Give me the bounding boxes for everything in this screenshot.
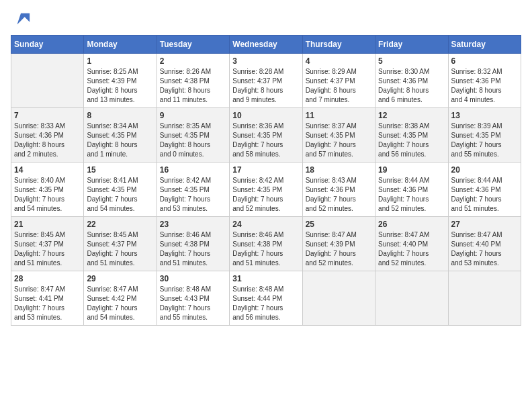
day-info: Sunrise: 8:41 AM Sunset: 4:35 PM Dayligh… <box>87 176 153 214</box>
calendar-cell: 7Sunrise: 8:33 AM Sunset: 4:36 PM Daylig… <box>11 108 84 163</box>
day-info: Sunrise: 8:45 AM Sunset: 4:37 PM Dayligh… <box>87 230 153 268</box>
day-info: Sunrise: 8:47 AM Sunset: 4:40 PM Dayligh… <box>378 230 445 268</box>
day-info: Sunrise: 8:34 AM Sunset: 4:35 PM Dayligh… <box>87 122 153 159</box>
day-info: Sunrise: 8:47 AM Sunset: 4:40 PM Dayligh… <box>451 230 518 268</box>
calendar-cell: 24Sunrise: 8:46 AM Sunset: 4:38 PM Dayli… <box>230 217 302 271</box>
day-info: Sunrise: 8:30 AM Sunset: 4:36 PM Dayligh… <box>378 67 445 105</box>
day-number: 26 <box>378 220 445 229</box>
day-number: 13 <box>451 111 518 120</box>
day-info: Sunrise: 8:48 AM Sunset: 4:44 PM Dayligh… <box>232 285 299 322</box>
calendar-cell: 23Sunrise: 8:46 AM Sunset: 4:38 PM Dayli… <box>157 217 229 271</box>
calendar-cell: 22Sunrise: 8:45 AM Sunset: 4:37 PM Dayli… <box>84 217 157 271</box>
calendar-cell: 13Sunrise: 8:39 AM Sunset: 4:35 PM Dayli… <box>448 108 521 163</box>
calendar-cell: 20Sunrise: 8:44 AM Sunset: 4:36 PM Dayli… <box>448 163 521 217</box>
calendar-cell: 17Sunrise: 8:42 AM Sunset: 4:35 PM Dayli… <box>230 163 302 217</box>
day-number: 21 <box>14 220 81 229</box>
day-number: 9 <box>160 111 226 120</box>
calendar-cell: 29Sunrise: 8:47 AM Sunset: 4:42 PM Dayli… <box>84 271 157 326</box>
day-info: Sunrise: 8:39 AM Sunset: 4:35 PM Dayligh… <box>451 122 518 159</box>
col-header-wednesday: Wednesday <box>230 36 302 54</box>
day-info: Sunrise: 8:44 AM Sunset: 4:36 PM Dayligh… <box>378 176 445 214</box>
day-number: 20 <box>451 165 518 175</box>
calendar-cell: 14Sunrise: 8:40 AM Sunset: 4:35 PM Dayli… <box>11 163 84 217</box>
day-info: Sunrise: 8:47 AM Sunset: 4:42 PM Dayligh… <box>87 285 153 322</box>
calendar-cell: 11Sunrise: 8:37 AM Sunset: 4:35 PM Dayli… <box>302 108 375 163</box>
day-info: Sunrise: 8:36 AM Sunset: 4:35 PM Dayligh… <box>232 122 299 159</box>
week-row-3: 14Sunrise: 8:40 AM Sunset: 4:35 PM Dayli… <box>11 163 521 217</box>
day-info: Sunrise: 8:35 AM Sunset: 4:35 PM Dayligh… <box>160 122 226 159</box>
col-header-friday: Friday <box>375 36 448 54</box>
calendar-cell: 4Sunrise: 8:29 AM Sunset: 4:37 PM Daylig… <box>302 54 375 108</box>
day-info: Sunrise: 8:25 AM Sunset: 4:39 PM Dayligh… <box>87 67 153 105</box>
day-info: Sunrise: 8:43 AM Sunset: 4:36 PM Dayligh… <box>306 176 372 214</box>
day-number: 6 <box>451 56 518 66</box>
calendar-header: SundayMondayTuesdayWednesdayThursdayFrid… <box>11 36 521 54</box>
calendar-cell: 16Sunrise: 8:42 AM Sunset: 4:35 PM Dayli… <box>157 163 229 217</box>
day-info: Sunrise: 8:26 AM Sunset: 4:38 PM Dayligh… <box>160 67 226 105</box>
day-info: Sunrise: 8:47 AM Sunset: 4:41 PM Dayligh… <box>14 285 81 322</box>
calendar-cell: 9Sunrise: 8:35 AM Sunset: 4:35 PM Daylig… <box>157 108 229 163</box>
col-header-sunday: Sunday <box>11 36 84 54</box>
day-info: Sunrise: 8:38 AM Sunset: 4:35 PM Dayligh… <box>378 122 445 159</box>
day-number: 5 <box>378 56 445 66</box>
day-number: 29 <box>87 274 153 283</box>
calendar-cell: 1Sunrise: 8:25 AM Sunset: 4:39 PM Daylig… <box>84 54 157 108</box>
calendar-cell: 19Sunrise: 8:44 AM Sunset: 4:36 PM Dayli… <box>375 163 448 217</box>
day-number: 2 <box>160 56 226 66</box>
day-info: Sunrise: 8:42 AM Sunset: 4:35 PM Dayligh… <box>232 176 299 214</box>
week-row-1: 1Sunrise: 8:25 AM Sunset: 4:39 PM Daylig… <box>11 54 521 108</box>
week-row-2: 7Sunrise: 8:33 AM Sunset: 4:36 PM Daylig… <box>11 108 521 163</box>
day-number: 12 <box>378 111 445 120</box>
calendar-cell: 12Sunrise: 8:38 AM Sunset: 4:35 PM Dayli… <box>375 108 448 163</box>
calendar-cell: 27Sunrise: 8:47 AM Sunset: 4:40 PM Dayli… <box>448 217 521 271</box>
calendar-cell: 10Sunrise: 8:36 AM Sunset: 4:35 PM Dayli… <box>230 108 302 163</box>
day-number: 17 <box>232 165 299 175</box>
day-info: Sunrise: 8:28 AM Sunset: 4:37 PM Dayligh… <box>232 67 299 105</box>
calendar-cell: 8Sunrise: 8:34 AM Sunset: 4:35 PM Daylig… <box>84 108 157 163</box>
day-number: 4 <box>306 56 372 66</box>
day-number: 15 <box>87 165 153 175</box>
day-number: 30 <box>160 274 226 283</box>
calendar-cell: 25Sunrise: 8:47 AM Sunset: 4:39 PM Dayli… <box>302 217 375 271</box>
calendar-body: 1Sunrise: 8:25 AM Sunset: 4:39 PM Daylig… <box>11 54 521 326</box>
calendar-cell: 18Sunrise: 8:43 AM Sunset: 4:36 PM Dayli… <box>302 163 375 217</box>
calendar-cell <box>448 271 521 326</box>
svg-marker-0 <box>17 13 30 25</box>
day-info: Sunrise: 8:46 AM Sunset: 4:38 PM Dayligh… <box>232 230 299 268</box>
calendar-table: SundayMondayTuesdayWednesdayThursdayFrid… <box>11 35 521 326</box>
col-header-thursday: Thursday <box>302 36 375 54</box>
day-info: Sunrise: 8:47 AM Sunset: 4:39 PM Dayligh… <box>306 230 372 268</box>
day-number: 18 <box>306 165 372 175</box>
day-info: Sunrise: 8:44 AM Sunset: 4:36 PM Dayligh… <box>451 176 518 214</box>
calendar-cell <box>375 271 448 326</box>
calendar-cell: 15Sunrise: 8:41 AM Sunset: 4:35 PM Dayli… <box>84 163 157 217</box>
day-info: Sunrise: 8:42 AM Sunset: 4:35 PM Dayligh… <box>160 176 226 214</box>
calendar-cell: 28Sunrise: 8:47 AM Sunset: 4:41 PM Dayli… <box>11 271 84 326</box>
day-number: 10 <box>232 111 299 120</box>
day-info: Sunrise: 8:48 AM Sunset: 4:43 PM Dayligh… <box>160 285 226 322</box>
calendar-cell: 6Sunrise: 8:32 AM Sunset: 4:36 PM Daylig… <box>448 54 521 108</box>
day-number: 19 <box>378 165 445 175</box>
page-header <box>11 11 521 30</box>
calendar-cell: 2Sunrise: 8:26 AM Sunset: 4:38 PM Daylig… <box>157 54 229 108</box>
day-number: 25 <box>306 220 372 229</box>
calendar-cell: 31Sunrise: 8:48 AM Sunset: 4:44 PM Dayli… <box>230 271 302 326</box>
calendar-cell: 30Sunrise: 8:48 AM Sunset: 4:43 PM Dayli… <box>157 271 229 326</box>
logo <box>11 11 31 30</box>
calendar-cell: 21Sunrise: 8:45 AM Sunset: 4:37 PM Dayli… <box>11 217 84 271</box>
calendar-cell: 26Sunrise: 8:47 AM Sunset: 4:40 PM Dayli… <box>375 217 448 271</box>
day-number: 11 <box>306 111 372 120</box>
day-number: 8 <box>87 111 153 120</box>
day-info: Sunrise: 8:33 AM Sunset: 4:36 PM Dayligh… <box>14 122 81 159</box>
day-number: 14 <box>14 165 81 175</box>
day-info: Sunrise: 8:46 AM Sunset: 4:38 PM Dayligh… <box>160 230 226 268</box>
day-number: 24 <box>232 220 299 229</box>
calendar-cell: 3Sunrise: 8:28 AM Sunset: 4:37 PM Daylig… <box>230 54 302 108</box>
calendar-cell <box>302 271 375 326</box>
col-header-tuesday: Tuesday <box>157 36 229 54</box>
day-number: 1 <box>87 56 153 66</box>
day-info: Sunrise: 8:45 AM Sunset: 4:37 PM Dayligh… <box>14 230 81 268</box>
day-number: 3 <box>232 56 299 66</box>
day-number: 7 <box>14 111 81 120</box>
col-header-saturday: Saturday <box>448 36 521 54</box>
